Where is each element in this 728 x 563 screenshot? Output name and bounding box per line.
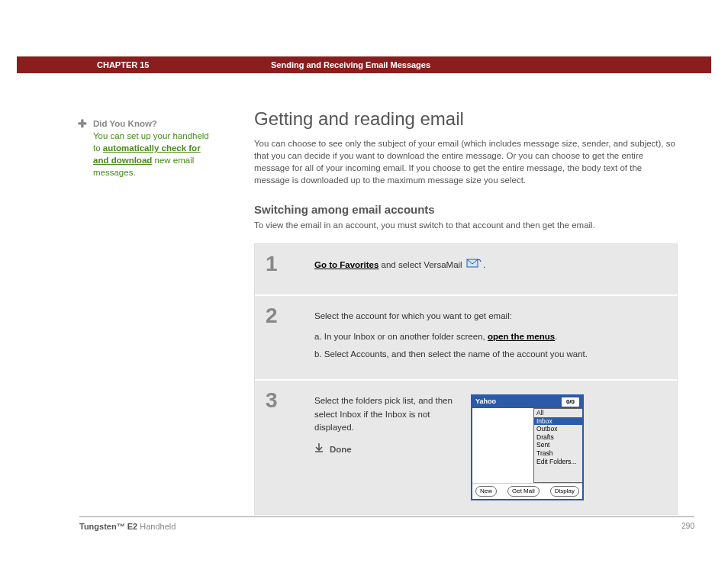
open-menus-link[interactable]: open the menus (488, 332, 555, 341)
page-title: Getting and reading email (254, 108, 678, 130)
product-light: Handheld (137, 522, 176, 531)
step-number-2: 2 (255, 296, 307, 380)
get-mail-button[interactable]: Get Mail (507, 486, 540, 497)
step-row-3: 3 Select the folders pick list, and then… (255, 381, 677, 514)
folder-inbox[interactable]: Inbox (534, 417, 582, 426)
page-number: 290 (681, 522, 694, 531)
mail-icon (466, 258, 482, 272)
chapter-header-bar: CHAPTER 15 Sending and Receiving Email M… (17, 56, 711, 73)
step-number-1: 1 (255, 244, 307, 294)
step1-post: and select VersaMail (378, 260, 465, 269)
section-heading: Switching among email accounts (254, 203, 678, 216)
step-content-1: Go to Favorites and select VersaMail . (307, 244, 677, 294)
device-title-bar: Yahoo 0/0 (472, 396, 582, 408)
main-content: Getting and reading email You can choose… (254, 108, 678, 515)
folder-drafts[interactable]: Drafts (534, 433, 582, 442)
device-account-name: Yahoo (475, 397, 496, 407)
step-row-2: 2 Select the account for which you want … (255, 296, 677, 381)
folder-trash[interactable]: Trash (534, 449, 582, 458)
sidebar-tip: ✚ Did You Know? You can set up your hand… (79, 117, 217, 179)
section-intro: To view the email in an account, you mus… (254, 220, 678, 230)
step2-b: b. Select Accounts, and then select the … (314, 348, 662, 361)
done-label: Done (330, 443, 352, 456)
step2-a-pre: a. In your Inbox or on another folder sc… (314, 332, 488, 341)
folder-outbox[interactable]: Outbox (534, 425, 582, 433)
did-you-know-title: Did You Know? (93, 117, 217, 130)
step3-text: Select the folders pick list, and then s… (314, 394, 456, 434)
step2-a: a. In your Inbox or on another folder sc… (314, 330, 662, 343)
step2-intro: Select the account for which you want to… (314, 310, 662, 323)
step1-period: . (483, 260, 485, 269)
folder-sent[interactable]: Sent (534, 441, 582, 449)
step-content-2: Select the account for which you want to… (307, 296, 677, 380)
go-to-favorites-link[interactable]: Go to Favorites (314, 260, 378, 269)
chapter-label: CHAPTER 15 (97, 60, 149, 69)
folder-edit[interactable]: Edit Folders... (534, 458, 582, 466)
new-button[interactable]: New (475, 486, 497, 497)
step-row-1: 1 Go to Favorites and select VersaMail . (255, 244, 677, 295)
display-button[interactable]: Display (550, 486, 579, 497)
folder-all[interactable]: All (534, 409, 582, 417)
folder-picklist[interactable]: All Inbox Outbox Drafts Sent Trash Edit … (533, 408, 582, 483)
intro-paragraph: You can choose to see only the subject o… (254, 137, 678, 186)
device-message-count: 0/0 (562, 397, 579, 407)
did-you-know-body: You can set up your handheld to automati… (93, 130, 217, 179)
product-bold: Tungsten™ E2 (79, 522, 137, 531)
device-screenshot: Yahoo 0/0 All Inbox Outbox Drafts Sent (471, 394, 584, 500)
chapter-title: Sending and Receiving Email Messages (271, 60, 430, 69)
page-footer: Tungsten™ E2 Handheld 290 (79, 516, 694, 531)
steps-container: 1 Go to Favorites and select VersaMail .… (254, 243, 678, 515)
device-button-row: New Get Mail Display (472, 483, 582, 499)
step-number-3: 3 (255, 381, 307, 514)
product-name: Tungsten™ E2 Handheld (79, 522, 176, 531)
step-content-3: Select the folders pick list, and then s… (307, 381, 677, 514)
done-arrow-icon (314, 442, 324, 458)
plus-icon: ✚ (78, 117, 87, 132)
device-message-area (472, 408, 533, 483)
step2-a-post: . (555, 332, 557, 341)
done-indicator: Done (314, 442, 456, 458)
